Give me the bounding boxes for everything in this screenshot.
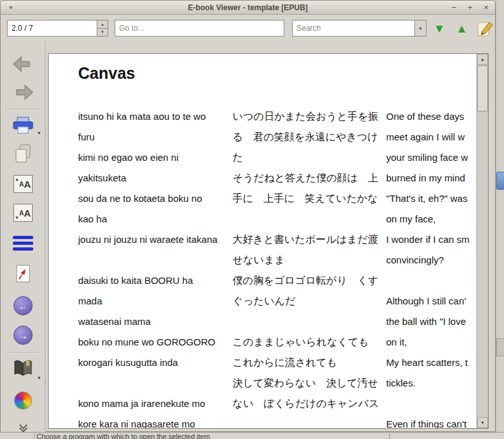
text-line: itsuno hi ka mata aou to te wo (78, 106, 231, 127)
maximize-button[interactable]: + (465, 3, 475, 13)
desktop-screen: E-book Viewer - template [EPUB] ▾ − + × … (0, 0, 504, 439)
letter-a-large: A (24, 208, 31, 219)
text-line: 手に 上手に 笑えていたかな (232, 188, 384, 209)
text-line: furu (78, 127, 231, 147)
reference-mode-button[interactable] (1, 263, 45, 285)
copy-icon (13, 144, 33, 164)
highlights-button[interactable] (476, 19, 494, 38)
page-position-input[interactable] (8, 21, 97, 36)
lyrics-column-english: One of these daysmeet again I will wyour… (386, 106, 476, 428)
scrollbar-thumb[interactable] (477, 65, 488, 112)
text-line: Even if things can't (386, 414, 476, 428)
text-line: convincingly? (386, 250, 476, 270)
book-page[interactable]: Canvas itsuno hi ka mata aou to te wofur… (49, 54, 476, 428)
text-line: yakitsuketa (78, 168, 231, 188)
font-increase-icon: ▲ A A (13, 175, 33, 193)
next-page-button[interactable]: → (1, 324, 45, 346)
vertical-scrollbar[interactable]: ▲ ▼ (476, 54, 488, 428)
book-viewport: Canvas itsuno hi ka mata aou to te wofur… (48, 53, 489, 429)
sidebar-separator (5, 352, 40, 354)
bookmarks-button[interactable]: ▾ (1, 356, 45, 381)
background-fragment-blue[interactable] (496, 172, 504, 190)
text-line: る 君の笑顔を永遠にやきつけ (232, 127, 384, 147)
text-line: on my face, (386, 209, 476, 229)
reference-icon (13, 263, 33, 284)
spin-buttons: ▲ ▼ (97, 21, 108, 36)
sidebar-toolbar: ▾ ▲ A A ▼ A (1, 41, 45, 433)
window-controls: − + × (449, 1, 491, 15)
previous-page-button[interactable]: ← (1, 295, 45, 317)
text-line: 大好きと書いたボールはまだ渡 (232, 229, 384, 250)
pen-on-paper-icon (476, 19, 494, 38)
statusbar-separator (34, 433, 35, 439)
titlebar[interactable]: E-book Viewer - template [EPUB] ▾ − + × (1, 1, 495, 15)
chevron-down-icon: ▾ (38, 130, 40, 136)
arrow-up-icon: ▲ (15, 177, 19, 181)
text-line: Although I still can' (386, 291, 476, 311)
minimize-button[interactable]: − (449, 3, 459, 13)
back-button[interactable] (1, 54, 45, 74)
letter-a-large: A (24, 179, 31, 190)
toc-lines-icon (13, 233, 33, 253)
text-line (386, 393, 476, 414)
text-line: 決して変わらない 決して汚せ (232, 373, 384, 393)
text-line: いつの日かまた会おうと手を振 (232, 106, 384, 127)
copy-button[interactable] (1, 142, 45, 165)
text-line (386, 270, 476, 291)
text-line: meet again I will w (386, 127, 476, 147)
circle-right-arrow-icon: → (13, 326, 33, 345)
spin-up-button[interactable]: ▲ (97, 21, 108, 29)
text-line: "That's it, eh?" was (386, 188, 476, 209)
text-line: daisuki to kaita BOORU ha (78, 270, 231, 291)
goto-input[interactable] (115, 20, 284, 37)
background-window-strip (496, 0, 504, 439)
circle-left-arrow-icon: ← (13, 296, 33, 315)
table-of-contents-button[interactable] (1, 234, 45, 252)
page-position-spinbox: ▲ ▼ (7, 20, 108, 37)
window-menu-icon[interactable]: ▾ (6, 3, 16, 13)
find-previous-button[interactable]: ▲ (453, 21, 470, 37)
text-line: kono mama ja irarenekute mo (78, 393, 231, 414)
text-line: the ball with "I love (386, 311, 476, 332)
text-line: your smiling face w (386, 147, 476, 168)
letter-a-small: A (19, 181, 24, 188)
double-chevron-down-icon (20, 425, 26, 431)
color-wheel-icon (14, 392, 32, 410)
find-next-button[interactable]: ▼ (431, 21, 448, 37)
arrow-down-icon: ▼ (15, 215, 19, 220)
lyrics-columns: itsuno hi ka mata aou to te wofurukimi n… (49, 106, 476, 428)
toolbar: ▲ ▼ ▼ ▼ ▲ (1, 15, 495, 41)
text-line: 僕の胸をゴロゴロ転がり くす (232, 270, 384, 291)
forward-arrow-icon (12, 84, 34, 101)
text-line: on it, (386, 332, 476, 352)
decrease-font-button[interactable]: ▼ A A (1, 203, 45, 222)
text-line: そうだねと答えた僕の顔は 上 (232, 168, 384, 188)
text-line: tickles. (386, 373, 476, 393)
text-line: kore kara ni nagasarete mo (78, 414, 231, 428)
sidebar-separator (5, 109, 40, 110)
lyrics-column-romaji: itsuno hi ka mata aou to te wofurukimi n… (78, 106, 231, 428)
text-line: One of these days (386, 106, 476, 127)
text-line: burned in my mind (386, 168, 476, 188)
text-line: これからに流されても (232, 352, 384, 373)
print-button[interactable]: ▾ (1, 114, 45, 137)
search-dropdown-button[interactable]: ▼ (414, 21, 426, 36)
preferences-button[interactable] (1, 389, 45, 412)
close-button[interactable]: × (481, 3, 491, 13)
text-line (232, 209, 384, 229)
scroll-up-button[interactable]: ▲ (477, 54, 488, 65)
text-line: I wonder if I can sm (386, 229, 476, 250)
background-fragment-gray (496, 338, 504, 356)
search-input[interactable] (293, 21, 414, 36)
scroll-down-button[interactable]: ▼ (477, 417, 488, 428)
text-line: My heart scatters, t (386, 352, 476, 373)
status-text: Choose a program with which to open the … (37, 433, 210, 439)
text-line: watasenai mama (78, 311, 231, 332)
letter-a-small: A (19, 210, 24, 217)
spin-down-button[interactable]: ▼ (97, 29, 108, 37)
increase-font-button[interactable]: ▲ A A (1, 174, 45, 194)
book-icon (13, 359, 33, 378)
forward-button[interactable] (1, 82, 45, 103)
text-line: sou da ne to kotaeta boku no (78, 188, 231, 209)
text-line: ぐったいんだ (232, 291, 384, 311)
